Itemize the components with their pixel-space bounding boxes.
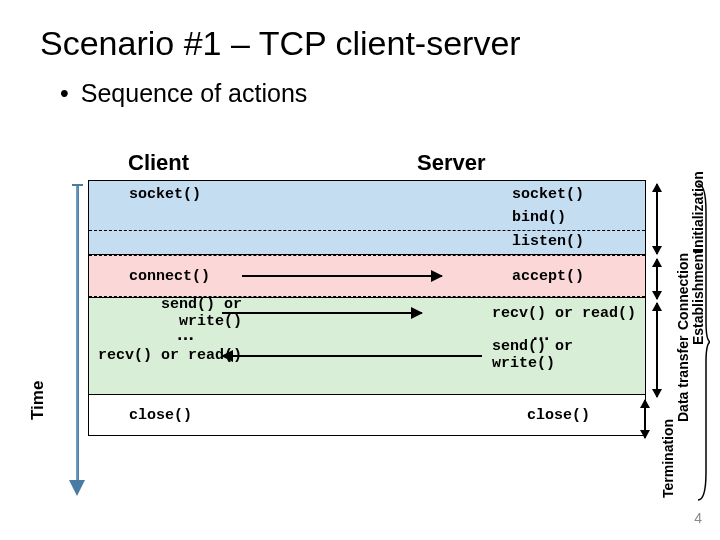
client-call: recv() or read()	[89, 347, 242, 364]
server-call: accept()	[462, 268, 645, 285]
server-call: bind()	[462, 209, 645, 226]
server-call: socket()	[462, 186, 645, 203]
phase-range-arrow	[656, 259, 658, 299]
phase-connection: connect() accept()	[88, 254, 646, 298]
slide-subtitle: •Sequence of actions	[0, 63, 720, 108]
phase-label-termination: Termination	[660, 419, 676, 498]
dashed-divider	[89, 230, 645, 231]
bullet-icon: •	[60, 79, 69, 107]
phase-label-connection: Connection	[675, 253, 691, 330]
client-call: connect()	[89, 268, 262, 285]
phase-range-arrow	[656, 303, 658, 397]
phase-termination: close() close()	[88, 394, 646, 436]
arrow-right-icon	[242, 275, 442, 277]
server-call: close()	[447, 407, 645, 424]
phase-label-data-transfer: Data transfer	[675, 336, 691, 422]
arrow-right-icon	[222, 312, 422, 314]
time-axis-label: Time	[28, 381, 48, 420]
subtitle-text: Sequence of actions	[81, 79, 308, 107]
page-number: 4	[694, 510, 702, 526]
curly-brace-icon	[696, 182, 710, 502]
server-call: send() or write()	[442, 338, 645, 372]
arrow-down-icon	[69, 480, 85, 496]
client-column-header: Client	[88, 150, 357, 180]
ellipsis: …	[89, 324, 242, 345]
phase-range-arrow	[656, 184, 658, 254]
client-call: socket()	[89, 186, 262, 203]
client-call: close()	[89, 407, 247, 424]
server-call: listen()	[462, 233, 645, 250]
sequence-diagram: Client Server socket() socket() bind() l…	[88, 150, 646, 520]
phase-initialization: socket() socket() bind() listen()	[88, 180, 646, 255]
server-call: recv() or read()	[442, 305, 645, 322]
time-axis	[70, 186, 88, 496]
server-column-header: Server	[357, 150, 646, 180]
dashed-divider	[89, 255, 645, 256]
slide-title: Scenario #1 – TCP client-server	[0, 0, 720, 63]
phase-data-transfer: send() or write() recv() or read() … … r…	[88, 297, 646, 395]
phase-range-arrow	[644, 400, 646, 438]
